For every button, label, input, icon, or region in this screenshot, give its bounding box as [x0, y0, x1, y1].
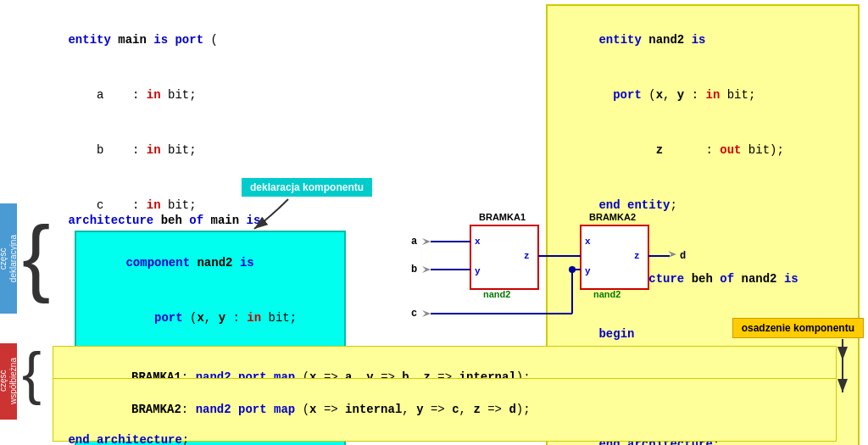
brace-concurrent: { [22, 344, 42, 402]
sidebar-wspolbiezna-label: częśćwspółbieżna [0, 358, 19, 404]
entity-main-portb: b : in bit; [25, 123, 218, 178]
circuit-diagram: BRAMKA1 BRAMKA2 x y z x y z nand2 nand2 … [407, 210, 712, 350]
circuit-c-label: c [411, 308, 417, 320]
nand2-entity-line2: port (x, y : in bit; [556, 68, 849, 123]
sidebar-deklaracyjna: częśćdeklaracyjna [0, 203, 17, 314]
bramka1-circuit-label: BRAMKA1 [479, 212, 526, 222]
end-architecture: end architecture; [25, 413, 189, 445]
circuit-d-connector [668, 251, 676, 258]
nand2-entity-line1: entity nand2 is [556, 13, 849, 68]
entity-main-line1: entity main is port ( [25, 13, 218, 68]
arrow-deklaracja [237, 174, 339, 242]
gate1-port-z: z [524, 251, 530, 261]
circuit-b-connector [422, 266, 431, 273]
arrow-osadzenie [821, 335, 864, 403]
brace-declarative: { [22, 214, 50, 298]
circuit-a-label: a [411, 236, 417, 248]
gate1-port-x: x [475, 236, 481, 247]
nand2-entity-line3: z : out bit); [556, 123, 849, 178]
gate1-port-y: y [475, 266, 481, 276]
sidebar-wspolbiezna: częśćwspółbieżna [0, 343, 17, 420]
gate2-port-z: z [634, 251, 640, 261]
circuit-a-connector [422, 238, 431, 245]
gate2-port-x: x [585, 236, 591, 247]
circuit-b-label: b [411, 264, 417, 275]
sidebar-deklaracyjna-label: częśćdeklaracyjna [0, 235, 19, 282]
gate2-nand2-label: nand2 [593, 289, 620, 299]
wire-junction [569, 266, 576, 273]
bramka2-circuit-label: BRAMKA2 [589, 212, 636, 222]
gate1-nand2-label: nand2 [483, 289, 510, 299]
circuit-c-connector [422, 310, 431, 317]
comp-line2: port (x, y : in bit; [83, 291, 337, 346]
gate2-port-y: y [585, 266, 591, 276]
main-container: częśćdeklaracyjna częśćwspółbieżna entit… [0, 0, 868, 445]
comp-line1: component nand2 is [83, 236, 337, 291]
entity-main-porta: a : in bit; [25, 68, 218, 123]
circuit-d-label: d [680, 250, 686, 262]
